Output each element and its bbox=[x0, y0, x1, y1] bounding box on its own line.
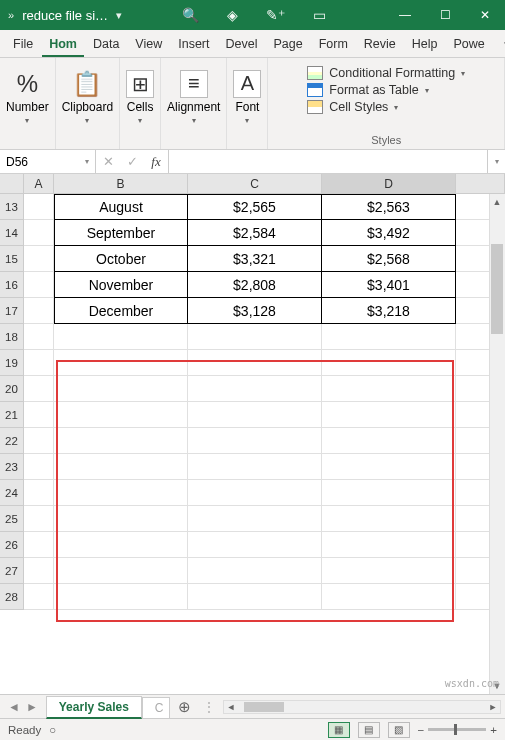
cell-D25[interactable] bbox=[322, 506, 456, 532]
row-header-17[interactable]: 17 bbox=[0, 298, 24, 324]
select-all-corner[interactable] bbox=[0, 174, 24, 193]
cell-C27[interactable] bbox=[188, 558, 322, 584]
cell-B26[interactable] bbox=[54, 532, 188, 558]
font-button[interactable]: A Font ▾ bbox=[233, 62, 261, 132]
vertical-scrollbar[interactable]: ▲ ▼ bbox=[489, 194, 505, 694]
record-macro-icon[interactable]: ○ bbox=[49, 724, 56, 736]
cell-A14[interactable] bbox=[24, 220, 54, 246]
tab-review[interactable]: Revie bbox=[357, 32, 403, 57]
cell-C22[interactable] bbox=[188, 428, 322, 454]
tab-help[interactable]: Help bbox=[405, 32, 445, 57]
cell-C26[interactable] bbox=[188, 532, 322, 558]
cell-D16[interactable]: $3,401 bbox=[322, 272, 456, 298]
add-sheet-button[interactable]: ⊕ bbox=[170, 698, 199, 716]
enter-formula-button[interactable]: ✓ bbox=[120, 154, 144, 169]
cell-B20[interactable] bbox=[54, 376, 188, 402]
row-header-22[interactable]: 22 bbox=[0, 428, 24, 454]
cell-C25[interactable] bbox=[188, 506, 322, 532]
cell-D15[interactable]: $2,568 bbox=[322, 246, 456, 272]
row-header-23[interactable]: 23 bbox=[0, 454, 24, 480]
cell-C19[interactable] bbox=[188, 350, 322, 376]
alignment-button[interactable]: ≡ Alignment ▾ bbox=[167, 62, 220, 132]
cell-A24[interactable] bbox=[24, 480, 54, 506]
formula-expand-icon[interactable]: ▾ bbox=[487, 150, 505, 173]
cell-D19[interactable] bbox=[322, 350, 456, 376]
cell-C21[interactable] bbox=[188, 402, 322, 428]
row-header-19[interactable]: 19 bbox=[0, 350, 24, 376]
cell-B27[interactable] bbox=[54, 558, 188, 584]
row-header-28[interactable]: 28 bbox=[0, 584, 24, 610]
insert-function-button[interactable]: fx bbox=[144, 154, 168, 170]
cell-A17[interactable] bbox=[24, 298, 54, 324]
number-format-button[interactable]: % Number ▾ bbox=[6, 62, 49, 132]
cell-B17[interactable]: December bbox=[54, 298, 188, 324]
scroll-up-icon[interactable]: ▲ bbox=[489, 194, 505, 210]
cell-D24[interactable] bbox=[322, 480, 456, 506]
horizontal-scrollbar[interactable]: ◄ ► bbox=[223, 700, 501, 714]
filename-dropdown-icon[interactable]: ▾ bbox=[116, 9, 122, 22]
cell-C16[interactable]: $2,808 bbox=[188, 272, 322, 298]
name-box[interactable]: D56 ▾ bbox=[0, 150, 96, 173]
cell-B24[interactable] bbox=[54, 480, 188, 506]
cell-C18[interactable] bbox=[188, 324, 322, 350]
col-header-rest[interactable] bbox=[456, 174, 505, 193]
tab-home[interactable]: Hom bbox=[42, 32, 84, 57]
zoom-slider[interactable] bbox=[428, 728, 486, 731]
row-header-21[interactable]: 21 bbox=[0, 402, 24, 428]
row-header-14[interactable]: 14 bbox=[0, 220, 24, 246]
search-icon[interactable]: 🔍 bbox=[182, 7, 199, 23]
qat-more-icon[interactable]: » bbox=[8, 9, 14, 21]
maximize-button[interactable]: ☐ bbox=[425, 0, 465, 30]
sheet-tab-next[interactable]: C bbox=[142, 697, 170, 718]
cell-A22[interactable] bbox=[24, 428, 54, 454]
row-header-18[interactable]: 18 bbox=[0, 324, 24, 350]
row-header-20[interactable]: 20 bbox=[0, 376, 24, 402]
zoom-handle[interactable] bbox=[454, 724, 457, 735]
cell-D22[interactable] bbox=[322, 428, 456, 454]
sheet-tab-active[interactable]: Yearly Sales bbox=[46, 696, 142, 719]
cell-C15[interactable]: $3,321 bbox=[188, 246, 322, 272]
cell-B18[interactable] bbox=[54, 324, 188, 350]
cell-D20[interactable] bbox=[322, 376, 456, 402]
tab-data[interactable]: Data bbox=[86, 32, 126, 57]
clipboard-button[interactable]: 📋 Clipboard ▾ bbox=[62, 62, 113, 132]
minimize-button[interactable]: — bbox=[385, 0, 425, 30]
close-button[interactable]: ✕ bbox=[465, 0, 505, 30]
row-header-24[interactable]: 24 bbox=[0, 480, 24, 506]
hscroll-thumb[interactable] bbox=[244, 702, 284, 712]
row-header-16[interactable]: 16 bbox=[0, 272, 24, 298]
hscroll-right-icon[interactable]: ► bbox=[486, 701, 500, 713]
cell-D28[interactable] bbox=[322, 584, 456, 610]
row-header-26[interactable]: 26 bbox=[0, 532, 24, 558]
cell-D17[interactable]: $3,218 bbox=[322, 298, 456, 324]
col-header-B[interactable]: B bbox=[54, 174, 188, 193]
cell-C20[interactable] bbox=[188, 376, 322, 402]
cell-B15[interactable]: October bbox=[54, 246, 188, 272]
cell-B19[interactable] bbox=[54, 350, 188, 376]
tab-insert[interactable]: Insert bbox=[171, 32, 216, 57]
cell-A23[interactable] bbox=[24, 454, 54, 480]
cell-A25[interactable] bbox=[24, 506, 54, 532]
vscroll-thumb[interactable] bbox=[491, 244, 503, 334]
zoom-control[interactable]: − + bbox=[418, 724, 497, 736]
cell-C28[interactable] bbox=[188, 584, 322, 610]
zoom-in-icon[interactable]: + bbox=[490, 724, 497, 736]
sheet-prev-icon[interactable]: ◄ bbox=[8, 700, 20, 714]
tab-power[interactable]: Powe bbox=[447, 32, 492, 57]
cell-A13[interactable] bbox=[24, 194, 54, 220]
row-header-13[interactable]: 13 bbox=[0, 194, 24, 220]
tab-page[interactable]: Page bbox=[266, 32, 309, 57]
cell-A16[interactable] bbox=[24, 272, 54, 298]
tab-formulas[interactable]: Form bbox=[312, 32, 355, 57]
conditional-formatting-button[interactable]: Conditional Formatting▾ bbox=[307, 66, 465, 80]
cell-B23[interactable] bbox=[54, 454, 188, 480]
cell-C24[interactable] bbox=[188, 480, 322, 506]
cell-B22[interactable] bbox=[54, 428, 188, 454]
col-header-D[interactable]: D bbox=[322, 174, 456, 193]
row-header-27[interactable]: 27 bbox=[0, 558, 24, 584]
cell-D26[interactable] bbox=[322, 532, 456, 558]
row-header-15[interactable]: 15 bbox=[0, 246, 24, 272]
view-page-layout-button[interactable]: ▤ bbox=[358, 722, 380, 738]
cell-D13[interactable]: $2,563 bbox=[322, 194, 456, 220]
format-as-table-button[interactable]: Format as Table ▾ bbox=[307, 83, 465, 97]
